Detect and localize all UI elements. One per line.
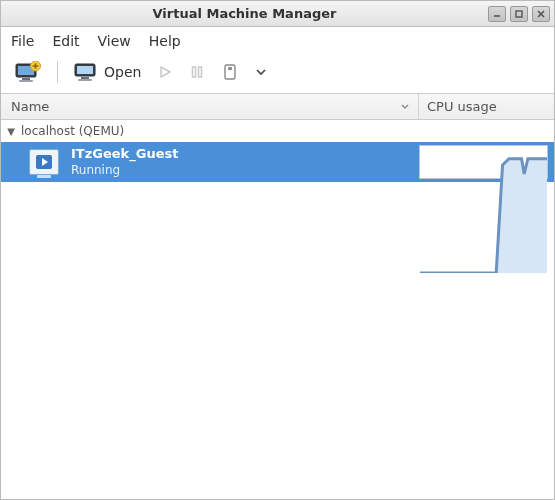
toolbar: Open	[1, 55, 554, 94]
vm-tree: ▼ localhost (QEMU) ITzGeek_Guest Running	[1, 120, 554, 499]
close-button[interactable]	[532, 6, 550, 22]
svg-rect-6	[22, 78, 30, 80]
svg-rect-12	[77, 66, 93, 74]
new-vm-button[interactable]	[11, 59, 45, 85]
column-header-name-label: Name	[11, 99, 49, 114]
svg-rect-19	[229, 67, 233, 70]
connection-row[interactable]: ▼ localhost (QEMU)	[1, 120, 554, 142]
run-button[interactable]	[153, 62, 177, 82]
expand-collapse-icon[interactable]: ▼	[5, 126, 17, 137]
menu-view[interactable]: View	[98, 33, 131, 49]
menubar: File Edit View Help	[1, 27, 554, 55]
vm-state: Running	[71, 163, 178, 178]
vm-text: ITzGeek_Guest Running	[71, 146, 178, 177]
vm-name: ITzGeek_Guest	[71, 146, 178, 162]
shutdown-button[interactable]	[217, 61, 243, 83]
svg-rect-17	[199, 67, 202, 77]
titlebar: Virtual Machine Manager	[1, 1, 554, 27]
open-label: Open	[104, 64, 141, 80]
svg-rect-7	[19, 80, 33, 82]
vm-status-icon	[29, 149, 59, 175]
shutdown-menu-chevron[interactable]	[251, 64, 271, 80]
vm-row-main: ITzGeek_Guest Running	[1, 142, 419, 182]
column-header-cpu-label: CPU usage	[427, 99, 497, 114]
vm-row[interactable]: ITzGeek_Guest Running	[1, 142, 554, 182]
svg-rect-16	[193, 67, 196, 77]
svg-rect-14	[78, 79, 92, 81]
toolbar-separator	[57, 61, 58, 83]
column-header-cpu[interactable]: CPU usage	[419, 94, 554, 119]
menu-file[interactable]: File	[11, 33, 34, 49]
menu-help[interactable]: Help	[149, 33, 181, 49]
menu-edit[interactable]: Edit	[52, 33, 79, 49]
minimize-button[interactable]	[488, 6, 506, 22]
vm-cpu-sparkline	[419, 145, 548, 179]
sort-indicator-icon	[400, 101, 410, 113]
open-console-button[interactable]: Open	[70, 60, 145, 84]
svg-marker-15	[161, 67, 170, 77]
column-header-name[interactable]: Name	[1, 94, 419, 119]
column-headers: Name CPU usage	[1, 94, 554, 120]
window-controls	[488, 6, 554, 22]
maximize-button[interactable]	[510, 6, 528, 22]
svg-rect-13	[81, 77, 89, 79]
pause-button[interactable]	[185, 62, 209, 82]
svg-rect-1	[516, 11, 522, 17]
connection-label: localhost (QEMU)	[21, 124, 124, 138]
window-title: Virtual Machine Manager	[1, 6, 488, 21]
